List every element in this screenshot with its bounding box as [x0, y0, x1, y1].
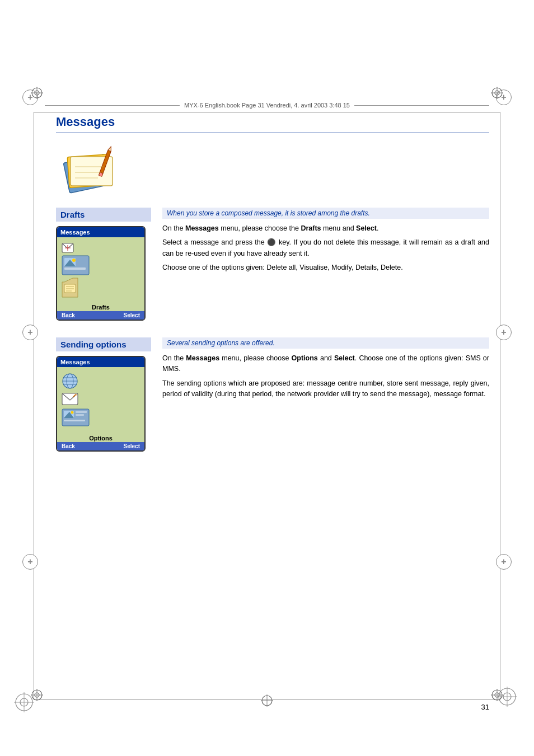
sending-phone-label: Options [57, 434, 144, 442]
sending-phone-icons [59, 369, 142, 432]
drafts-section-left: Drafts Messages [56, 208, 151, 321]
icon-row-2 [62, 255, 140, 275]
icon-row-1 [62, 243, 140, 253]
drafts-phone-label: Drafts [57, 303, 144, 311]
svg-rect-61 [76, 411, 87, 413]
sending-options-section: Sending options Messages [56, 337, 489, 452]
drafts-text: On the Messages menu, please choose the … [162, 223, 489, 274]
svg-rect-62 [76, 414, 84, 416]
corner-deco-tr [491, 87, 503, 101]
svg-rect-60 [64, 420, 85, 421]
svg-rect-32 [99, 172, 103, 177]
sending-phone-header: Messages [57, 357, 144, 367]
top-illustration [56, 144, 489, 196]
sending-options-title: Sending options [56, 337, 151, 351]
icon-row-3 [62, 278, 140, 298]
sending-options-text: On the Messages menu, please choose Opti… [162, 353, 489, 400]
corner-deco-tl [31, 87, 43, 101]
bottom-left-big-deco [14, 692, 34, 714]
sending-options-phone: Messages [56, 356, 151, 452]
sending-options-section-left: Sending options Messages [56, 337, 151, 452]
sending-phone-body [57, 367, 144, 434]
border-left [34, 112, 34, 700]
drafts-section: Drafts Messages [56, 208, 489, 321]
page-number: 31 [481, 703, 489, 711]
sim-card-icon [62, 278, 78, 298]
messages-illustration [56, 144, 129, 195]
page-container: MYX-6 English.book Page 31 Vendredi, 4. … [0, 0, 534, 756]
drafts-back-btn: Back [62, 312, 75, 318]
envelope-icon-row-2 [62, 393, 140, 406]
drafts-phone-footer: Back Select [57, 311, 144, 320]
photo-card-icon [62, 255, 90, 275]
page-title: Messages [56, 115, 489, 129]
drafts-section-right: When you store a composed message, it is… [162, 208, 489, 277]
globe-icon [62, 373, 78, 389]
sending-select-btn: Select [124, 443, 140, 449]
sending-phone-screen: Messages [56, 356, 146, 452]
sending-options-section-right: Several sending options are offered. On … [162, 337, 489, 403]
bottom-center-deco [261, 694, 273, 708]
drafts-phone-icons [59, 240, 142, 301]
svg-rect-44 [64, 284, 76, 293]
main-content: Messages [56, 115, 489, 689]
card-icon-row [62, 408, 140, 428]
border-right [500, 112, 500, 700]
reg-mark-bot-left [22, 554, 38, 570]
envelope-icon-2 [62, 393, 78, 405]
svg-marker-31 [108, 146, 113, 152]
drafts-phone-body [57, 237, 144, 303]
drafts-phone-screen: Messages [56, 226, 146, 321]
sending-options-subtitle: Several sending options are offered. [162, 337, 489, 349]
print-header-text: MYX-6 English.book Page 31 Vendredi, 4. … [184, 102, 350, 109]
svg-point-43 [72, 259, 76, 262]
svg-rect-41 [64, 267, 86, 270]
envelope-icon [62, 243, 74, 253]
svg-point-59 [71, 411, 74, 414]
drafts-phone-header: Messages [57, 227, 144, 237]
reg-mark-bot-right [496, 554, 512, 570]
drafts-select-btn: Select [124, 312, 140, 318]
globe-icon-row [62, 373, 140, 391]
print-header: MYX-6 English.book Page 31 Vendredi, 4. … [45, 102, 489, 109]
title-rule [56, 133, 489, 133]
reg-mark-mid-left [22, 325, 38, 340]
reg-mark-mid-right [496, 325, 512, 340]
drafts-phone: Messages [56, 226, 151, 321]
drafts-subtitle: When you store a composed message, it is… [162, 208, 489, 219]
border-top [34, 112, 500, 112]
bottom-right-deco [497, 687, 517, 708]
card-icon [62, 408, 90, 426]
sending-back-btn: Back [62, 443, 75, 449]
drafts-title: Drafts [56, 208, 151, 222]
sending-phone-footer: Back Select [57, 442, 144, 450]
